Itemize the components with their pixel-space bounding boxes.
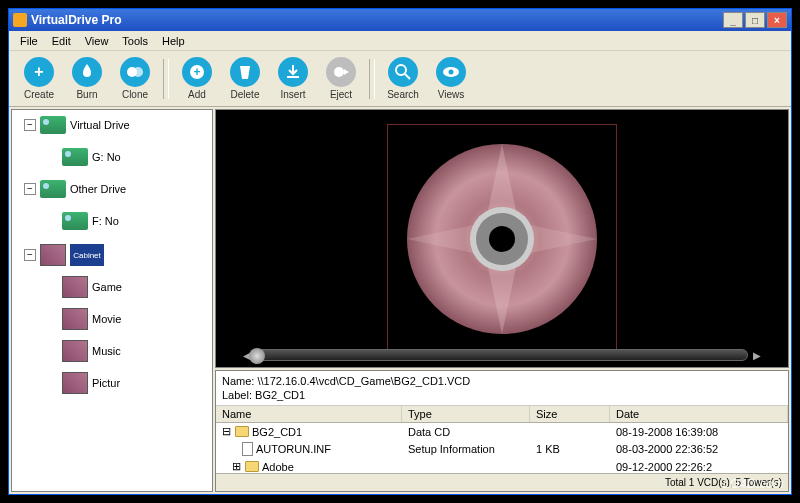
svg-text:+: +: [193, 65, 200, 79]
insert-button[interactable]: Insert: [271, 54, 315, 104]
close-button[interactable]: ×: [767, 12, 787, 28]
delete-icon: [230, 57, 260, 87]
table-row[interactable]: AUTORUN.INF Setup Information 1 KB 08-03…: [216, 440, 788, 458]
info-summary: Name: \\172.16.0.4\vcd\CD_Game\BG2_CD1.V…: [216, 371, 788, 406]
insert-icon: [278, 57, 308, 87]
menu-file[interactable]: File: [13, 33, 45, 49]
col-size[interactable]: Size: [530, 406, 610, 422]
folder-icon: [235, 426, 249, 437]
tree-movie[interactable]: Movie: [62, 308, 208, 330]
file-table-header: Name Type Size Date: [216, 406, 788, 423]
slider-thumb[interactable]: [249, 348, 265, 364]
toolbar: +Create Burn Clone + Add Delete Insert E…: [9, 51, 791, 107]
add-button[interactable]: + Add: [175, 54, 219, 104]
toolbar-separator: [163, 59, 169, 99]
disc-icon: [402, 139, 602, 339]
col-date[interactable]: Date: [610, 406, 788, 422]
table-row[interactable]: ⊟BG2_CD1 Data CD 08-19-2008 16:39:08: [216, 423, 788, 440]
info-name-value: \\172.16.0.4\vcd\CD_Game\BG2_CD1.VCD: [257, 375, 470, 387]
svg-point-8: [449, 70, 454, 75]
col-name[interactable]: Name: [216, 406, 402, 422]
file-icon: [242, 442, 253, 456]
burn-icon: [72, 57, 102, 87]
tree-picture[interactable]: Pictur: [62, 372, 208, 394]
eject-icon: [326, 57, 356, 87]
category-icon: [62, 276, 88, 298]
clone-button[interactable]: Clone: [113, 54, 157, 104]
cabinet-icon: Cabinet: [70, 244, 104, 266]
app-icon: [13, 13, 27, 27]
burn-button[interactable]: Burn: [65, 54, 109, 104]
disc-preview-frame: [387, 124, 617, 354]
menubar: File Edit View Tools Help: [9, 31, 791, 51]
tree-cabinet[interactable]: − Cabinet: [24, 244, 208, 266]
category-icon: [62, 340, 88, 362]
preview-pane: ◀ ▶: [215, 109, 789, 368]
tree-collapse-icon[interactable]: −: [24, 249, 36, 261]
views-icon: [436, 57, 466, 87]
file-table-body: ⊟BG2_CD1 Data CD 08-19-2008 16:39:08 AUT…: [216, 423, 788, 473]
menu-view[interactable]: View: [78, 33, 116, 49]
drive-icon: [40, 180, 66, 198]
slider-right-arrow-icon[interactable]: ▶: [750, 348, 764, 362]
tree-g-drive[interactable]: G: No: [62, 148, 208, 166]
clone-icon: [120, 57, 150, 87]
window-title: VirtualDrive Pro: [31, 13, 121, 27]
eject-button: Eject: [319, 54, 363, 104]
plus-icon: +: [24, 57, 54, 87]
cabinet-thumb-icon: [40, 244, 66, 266]
svg-point-4: [334, 67, 344, 77]
category-icon: [62, 308, 88, 330]
create-button[interactable]: +Create: [17, 54, 61, 104]
tree-other-drive[interactable]: − Other Drive: [24, 180, 208, 198]
tree-game[interactable]: Game: [62, 276, 208, 298]
preview-slider[interactable]: [256, 349, 748, 361]
menu-tools[interactable]: Tools: [115, 33, 155, 49]
menu-edit[interactable]: Edit: [45, 33, 78, 49]
category-icon: [62, 372, 88, 394]
toolbar-separator: [369, 59, 375, 99]
tree-music[interactable]: Music: [62, 340, 208, 362]
add-disc-icon: +: [182, 57, 212, 87]
drive-icon: [40, 116, 66, 134]
drive-icon: [62, 212, 88, 230]
svg-point-12: [489, 226, 515, 252]
delete-button[interactable]: Delete: [223, 54, 267, 104]
titlebar: VirtualDrive Pro _ □ ×: [9, 9, 791, 31]
svg-line-6: [405, 74, 410, 79]
tree-f-drive[interactable]: F: No: [62, 212, 208, 230]
search-button[interactable]: Search: [381, 54, 425, 104]
views-button[interactable]: Views: [429, 54, 473, 104]
folder-icon: [245, 461, 259, 472]
search-icon: [388, 57, 418, 87]
watermark: LO4D.com: [723, 477, 784, 491]
tree-virtual-drive[interactable]: − Virtual Drive: [24, 116, 208, 134]
details-pane: Name: \\172.16.0.4\vcd\CD_Game\BG2_CD1.V…: [215, 370, 789, 492]
drive-icon: [62, 148, 88, 166]
svg-point-1: [133, 67, 143, 77]
svg-point-5: [396, 65, 406, 75]
info-label-value: BG2_CD1: [255, 389, 305, 401]
statusbar: Total 1 VCD(s), 5 Tower(s): [216, 473, 788, 491]
col-type[interactable]: Type: [402, 406, 530, 422]
tree-panel[interactable]: − Virtual Drive G: No − Other Drive F: N…: [11, 109, 213, 492]
menu-help[interactable]: Help: [155, 33, 192, 49]
tree-collapse-icon[interactable]: −: [24, 119, 36, 131]
maximize-button[interactable]: □: [745, 12, 765, 28]
tree-collapse-icon[interactable]: −: [24, 183, 36, 195]
table-row[interactable]: ⊞Adobe 09-12-2000 22:26:2: [216, 458, 788, 473]
minimize-button[interactable]: _: [723, 12, 743, 28]
